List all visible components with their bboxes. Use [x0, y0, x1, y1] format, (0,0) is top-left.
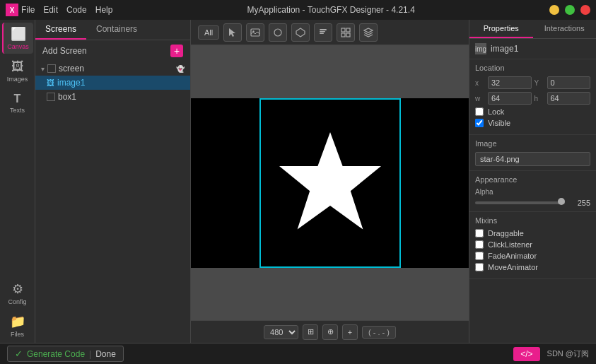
canvas-bottom-bar: 480 ⊞ ⊕ + ( - . - )	[191, 320, 469, 343]
menu-file[interactable]: File	[21, 5, 35, 15]
tree-item-box1[interactable]: box1	[35, 90, 190, 104]
moveanimator-checkbox[interactable]	[475, 263, 484, 271]
lock-label: Lock	[488, 107, 504, 116]
clicklistener-checkbox[interactable]	[475, 240, 484, 249]
x-input[interactable]	[488, 76, 532, 89]
menu-code[interactable]: Code	[66, 5, 87, 15]
draggable-checkbox[interactable]	[475, 229, 484, 237]
window-controls[interactable]: − □ ✕	[549, 5, 590, 15]
menu-help[interactable]: Help	[95, 5, 113, 15]
widget-tool-button[interactable]	[291, 23, 310, 42]
layers-tool-button[interactable]	[359, 23, 378, 42]
box1-checkbox[interactable]	[47, 93, 55, 101]
image-icon: 🖼	[47, 78, 54, 87]
alpha-value: 255	[569, 199, 590, 207]
fadeanimator-label: FadeAnimator	[488, 252, 537, 260]
ghost-icon: 👻	[176, 65, 185, 73]
files-icon: 📁	[10, 314, 25, 329]
svg-rect-7	[346, 28, 350, 32]
alpha-slider-thumb[interactable]	[558, 198, 565, 205]
component-tool-button[interactable]	[337, 23, 355, 42]
window-title: MyApplication - TouchGFX Designer - 4.21…	[247, 5, 415, 15]
code-view-button[interactable]: </>	[513, 347, 539, 361]
h-input[interactable]	[547, 92, 591, 105]
close-button[interactable]: ✕	[580, 5, 590, 15]
fit-button[interactable]: ⊞	[303, 324, 318, 340]
sidebar-item-files[interactable]: 📁 Files	[2, 310, 33, 341]
app-logo: X	[6, 4, 18, 16]
visible-checkbox[interactable]	[475, 119, 484, 127]
pointer-tool-button[interactable]	[223, 23, 242, 42]
sidebar-item-config[interactable]: ⚙ Config	[2, 278, 33, 309]
lock-checkbox[interactable]	[475, 107, 484, 116]
canvas-viewport[interactable]	[191, 45, 469, 320]
appearance-title: Appearance	[475, 175, 590, 184]
files-label: Files	[11, 331, 24, 338]
tree-expand-icon: ▾	[41, 65, 45, 73]
all-button[interactable]: All	[198, 25, 219, 40]
properties-panel: Properties Interactions img image1 Locat…	[469, 20, 596, 343]
tab-properties[interactable]: Properties	[469, 20, 533, 38]
text-tool-button[interactable]	[314, 23, 332, 42]
image-tool-button[interactable]	[246, 23, 264, 42]
tab-containers[interactable]: Containers	[86, 20, 147, 40]
tree-item-image1[interactable]: 🖼 image1	[35, 76, 190, 90]
fadeanimator-checkbox[interactable]	[475, 252, 484, 260]
generate-code-button[interactable]: ✓ Generate Code | Done	[7, 346, 124, 362]
all-label: All	[204, 28, 213, 37]
props-tabs[interactable]: Properties Interactions	[469, 20, 596, 39]
h-label: h	[534, 95, 544, 102]
image-section-title: Image	[475, 139, 590, 148]
images-label: Images	[7, 76, 28, 83]
svg-rect-6	[341, 28, 345, 32]
add-screen-label: Add Screen	[42, 46, 87, 56]
canvas-toolbar: All	[191, 20, 469, 45]
done-label[interactable]: Done	[95, 349, 116, 359]
location-title: Location	[475, 64, 590, 72]
config-label: Config	[8, 298, 26, 305]
widget-type-icon: img	[475, 43, 486, 54]
small-rect-marker	[322, 175, 338, 191]
canvas-icon: ⬜	[11, 26, 26, 42]
titlebar: X File Edit Code Help MyApplication - To…	[0, 0, 596, 20]
bottom-right: </> SDN @订阅	[513, 347, 589, 361]
minimize-button[interactable]: −	[549, 5, 559, 15]
sidebar-item-texts[interactable]: T Texts	[2, 88, 33, 119]
tab-screens[interactable]: Screens	[35, 20, 86, 40]
add-screen-button[interactable]: +	[170, 45, 183, 57]
image1-label: image1	[57, 78, 85, 88]
tab-interactions[interactable]: Interactions	[533, 20, 597, 38]
screen-checkbox[interactable]	[47, 64, 56, 73]
check-icon: ✓	[15, 348, 23, 359]
canvas-area: All	[191, 20, 469, 343]
xy-row: x Y	[475, 76, 590, 89]
screens-tabs[interactable]: Screens Containers	[35, 20, 190, 40]
sidebar-item-canvas[interactable]: ⬜ Canvas	[2, 23, 33, 54]
mixins-section: Mixins Draggable ClickListener FadeAnima…	[469, 212, 596, 279]
draggable-row: Draggable	[475, 229, 590, 237]
center-button[interactable]: ⊕	[322, 324, 338, 340]
star-image	[259, 98, 401, 268]
menu-edit[interactable]: Edit	[43, 5, 58, 15]
visible-row: Visible	[475, 119, 590, 127]
texts-label: Texts	[10, 107, 25, 114]
zoom-select[interactable]: 480	[264, 325, 298, 339]
y-input[interactable]	[547, 76, 591, 89]
box1-label: box1	[58, 92, 76, 102]
w-input[interactable]	[488, 92, 532, 105]
bottom-bar: ✓ Generate Code | Done </> SDN @订阅	[0, 343, 596, 364]
w-label: w	[475, 95, 485, 102]
maximize-button[interactable]: □	[565, 5, 575, 15]
svg-rect-4	[320, 31, 325, 33]
svg-point-2	[274, 29, 281, 36]
panels: Screens Containers Add Screen + ▾ screen…	[35, 20, 596, 343]
image-input[interactable]	[475, 152, 590, 166]
tree-item-screen[interactable]: ▾ screen 👻	[35, 61, 190, 76]
generate-label: Generate Code	[27, 349, 85, 359]
titlebar-menu[interactable]: File Edit Code Help	[21, 5, 112, 15]
shape-tool-button[interactable]	[269, 23, 287, 42]
lock-row: Lock	[475, 107, 590, 116]
image-section: Image	[469, 135, 596, 171]
zoom-in-button[interactable]: +	[342, 324, 358, 340]
sidebar-item-images[interactable]: 🖼 Images	[2, 55, 33, 86]
